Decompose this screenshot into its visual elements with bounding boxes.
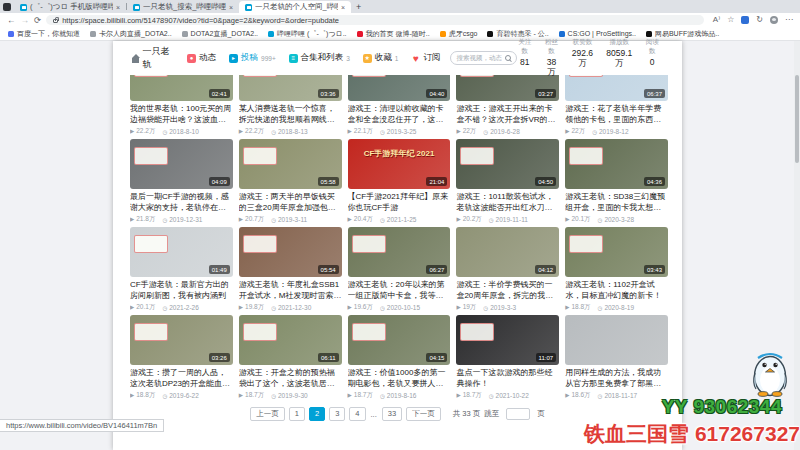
video-thumbnail[interactable] [565,315,668,365]
video-card[interactable]: 01:49CF手游老轨：最新官方出的房间刷新图，我有被内涵到▶20.1万◷202… [130,227,233,311]
page-number-button[interactable]: 33 [382,407,402,421]
new-tab-button[interactable]: + [351,2,366,13]
video-card[interactable]: 04:09最后一期CF手游的视频，感谢大家的支持，老轨停在这里结束▶21.8万◷… [130,139,233,223]
address-bar[interactable]: https://space.bilibili.com/51478907/vide… [46,15,704,25]
video-card[interactable]: 04:36游戏王老轨：SD38三幻魔预组开盒，里面的卡我太想要了！▶20.1万◷… [565,139,668,223]
video-thumbnail[interactable]: 04:36 [565,139,668,189]
video-thumbnail[interactable]: 05:54 [239,227,342,277]
video-card[interactable]: 用同样生成的方法，我成功从官方那里免费拿了部黑鲨helo！▶18.6万◷2018… [565,315,668,399]
tab-close-icon[interactable]: × [341,4,345,11]
video-card[interactable]: 05:54游戏王老轨：年度礼盒SSB1开盒试水，M社发现时雷索玛了这是▶19.8… [239,227,342,311]
video-card[interactable]: 11:07盘点一下这款游戏的那些经典操作！▶18.7万◷2021-10-22 [456,315,559,399]
favorite-star-icon[interactable]: ☆ [727,16,734,24]
video-card[interactable]: 06:37游戏王：花了老轨半年学费领他的卡包，里面的东西值得收藏吗▶22万◷20… [565,75,668,135]
search-icon[interactable] [505,55,511,61]
video-thumbnail[interactable]: 03:43 [565,227,668,277]
tab-close-icon[interactable]: × [229,4,233,11]
video-thumbnail[interactable]: 04:50 [456,139,559,189]
browser-tab[interactable]: 一只老轨_搜索_哔哩哔哩 bilib..× [127,1,239,13]
window-menu-icon[interactable] [3,3,11,11]
browser-tab[interactable]: (゜-゜)つロ 手机版哔哩哔哩 bi..× [14,1,126,13]
video-card[interactable]: 04:50游戏王：1011散装包试水，老轨这波能否开出红水刀吗？▶20.2万◷2… [456,139,559,223]
scrollbar-thumb[interactable] [795,75,799,163]
video-title[interactable]: 游戏王：开盒之前的预热福袋出了这个，这波老轨居然不亏了 [239,368,342,389]
video-thumbnail[interactable]: 03:27 [456,75,559,101]
bookmark-item[interactable]: 百度一下，你就知道 [8,29,80,39]
video-card[interactable]: 02:41我的世界老轨：100元买的周边福袋能开出啥？这波血赚！▶22.2万◷2… [130,75,233,135]
refresh-icon[interactable]: ⟳ [34,16,41,25]
page-url[interactable]: https://space.bilibili.com/51478907/vide… [62,16,339,25]
video-card[interactable]: 04:15游戏王：价值1000多的第一期电影包，老轨又要拼人品了！▶18.7万◷… [348,315,451,399]
video-card[interactable]: 06:27游戏王老轨：20年以来的第一组正版简中卡盒，我等很久了！▶19.6万◷… [348,227,451,311]
video-thumbnail[interactable]: 06:11 [239,315,342,365]
prev-page-button[interactable]: 上一页 [250,407,285,421]
video-title[interactable]: 某人消费送老轨一个惊喜，拆完快递的我想顺着网线去打他！ [239,104,342,125]
tab-close-icon[interactable]: × [116,4,120,11]
read-aloud-icon[interactable]: A⁾ [713,16,720,24]
video-thumbnail[interactable]: 04:12 [456,227,559,277]
video-thumbnail[interactable]: 04:15 [348,315,451,365]
video-card[interactable]: 03:27游戏王：游戏王开出来的卡盒不错？这次开盒拆VR的卡策略！▶22万◷20… [456,75,559,135]
video-thumbnail[interactable]: CF手游拜年纪 202121:04 [348,139,451,189]
video-title[interactable]: 游戏王：半价学费钱买的一盒20周年原盒，拆完的我能出啥？ [456,280,559,301]
back-icon[interactable]: ← [7,16,16,25]
video-title[interactable]: 游戏王：价值1000多的第一期电影包，老轨又要拼人品了！ [348,368,451,389]
video-thumbnail[interactable]: 04:40 [348,75,451,101]
bookmark-item[interactable]: 哔哩哔哩 (゜-゜)つロ.. [268,29,346,39]
bookmark-item[interactable]: 虎牙csgo [440,29,478,39]
page-number-button[interactable]: 2 [309,407,325,421]
video-card[interactable]: 04:12游戏王：半价学费钱买的一盒20周年原盒，拆完的我能出啥？▶19万◷20… [456,227,559,311]
video-card[interactable]: 03:43游戏王老轨：1102开盒试水，目标直冲幻魔的新卡！▶18.8万◷202… [565,227,668,311]
video-title[interactable]: 【CF手游2021拜年纪】原来你也玩CF手游 [348,192,451,213]
video-title[interactable]: 游戏王：清理以前收藏的卡盒和全盒没忍住开了，这次血亏！ [348,104,451,125]
video-thumbnail[interactable]: 06:37 [565,75,668,101]
bookmark-item[interactable]: CS:GO | ProSettings.. [559,30,636,37]
video-title[interactable]: 游戏王：两天半的早饭钱买的三盒20周年原盒加强包，能出啥 [239,192,342,213]
page-number-button[interactable]: 3 [329,407,345,421]
video-card[interactable]: 05:58游戏王：两天半的早饭钱买的三盒20周年原盒加强包，能出啥▶20.7万◷… [239,139,342,223]
extension-pinned-icon[interactable] [741,16,749,24]
space-nav-videos[interactable]: ▸投稿999+ [229,52,276,64]
video-title[interactable]: 游戏王老轨：年度礼盒SSB1开盒试水，M社发现时雷索玛了这是 [239,280,342,301]
page-jump-input[interactable] [506,408,530,420]
page-number-button[interactable]: 1 [289,407,305,421]
video-title[interactable]: 游戏王老轨：20年以来的第一组正版简中卡盒，我等很久了！ [348,280,451,301]
video-thumbnail[interactable]: 04:09 [130,139,233,189]
browser-tab[interactable]: 一只老轨的个人空间_哔哩哔哩..× [239,1,351,13]
bookmark-item[interactable]: 卡尔人肉直播_DOTA2.. [90,29,172,39]
video-title[interactable]: 游戏王老轨：SD38三幻魔预组开盒，里面的卡我太想要了！ [565,192,668,213]
bookmark-item[interactable]: DOTA2直播_DOTA2.. [182,29,258,39]
space-nav-item[interactable]: ●动态 [187,52,216,64]
video-title[interactable]: 用同样生成的方法，我成功从官方那里免费拿了部黑鲨helo！ [565,368,668,389]
space-nav-item[interactable]: ★收藏1 [363,52,399,64]
video-thumbnail[interactable]: 06:27 [348,227,451,277]
space-nav-item[interactable]: ♥订阅 [411,52,440,64]
video-thumbnail[interactable]: 05:58 [239,139,342,189]
video-title[interactable]: 最后一期CF手游的视频，感谢大家的支持，老轨停在这里结束 [130,192,233,213]
page-number-button[interactable]: 4 [349,407,365,421]
video-title[interactable]: 我的世界老轨：100元买的周边福袋能开出啥？这波血赚！ [130,104,233,125]
forward-icon[interactable]: → [21,16,30,25]
video-card[interactable]: 03:36某人消费送老轨一个惊喜，拆完快递的我想顺着网线去打他！▶22.2万◷2… [239,75,342,135]
next-page-button[interactable]: 下一页 [406,407,441,421]
video-thumbnail[interactable]: 11:07 [456,315,559,365]
space-search-box[interactable]: 搜索视频，动态 [450,51,517,65]
video-title[interactable]: 游戏王老轨：1102开盒试水，目标直冲幻魔的新卡！ [565,280,668,301]
video-title[interactable]: CF手游老轨：最新官方出的房间刷新图，我有被内涵到 [130,280,233,301]
video-card[interactable]: 04:40游戏王：清理以前收藏的卡盒和全盒没忍住开了，这次血亏！▶22.1万◷2… [348,75,451,135]
video-title[interactable]: 游戏王：1011散装包试水，老轨这波能否开出红水刀吗？ [456,192,559,213]
video-title[interactable]: 盘点一下这款游戏的那些经典操作！ [456,368,559,389]
user-home-link[interactable]: 一只老轨 [131,45,173,71]
bookmark-item[interactable]: 我的首页 微博-随时.. [357,29,430,39]
page-scrollbar[interactable] [794,41,800,450]
video-thumbnail[interactable]: 01:49 [130,227,233,277]
video-title[interactable]: 游戏王：游戏王开出来的卡盒不错？这次开盒拆VR的卡策略！ [456,104,559,125]
video-title[interactable]: 游戏王：攒了一周的人品，这次老轨DP23的开盒能血赚吗？ [130,368,233,389]
video-card[interactable]: 03:26游戏王：攒了一周的人品，这次老轨DP23的开盒能血赚吗？▶18.8万◷… [130,315,233,399]
video-card[interactable]: 06:11游戏王：开盒之前的预热福袋出了这个，这波老轨居然不亏了▶18.7万◷2… [239,315,342,399]
video-thumbnail[interactable]: 02:41 [130,75,233,101]
profile-avatar[interactable] [770,16,778,24]
settings-menu-icon[interactable]: ⋯ [785,16,793,24]
sync-icon[interactable]: ↻ [756,16,763,24]
space-nav-item[interactable]: ≡合集和列表3 [289,52,350,64]
